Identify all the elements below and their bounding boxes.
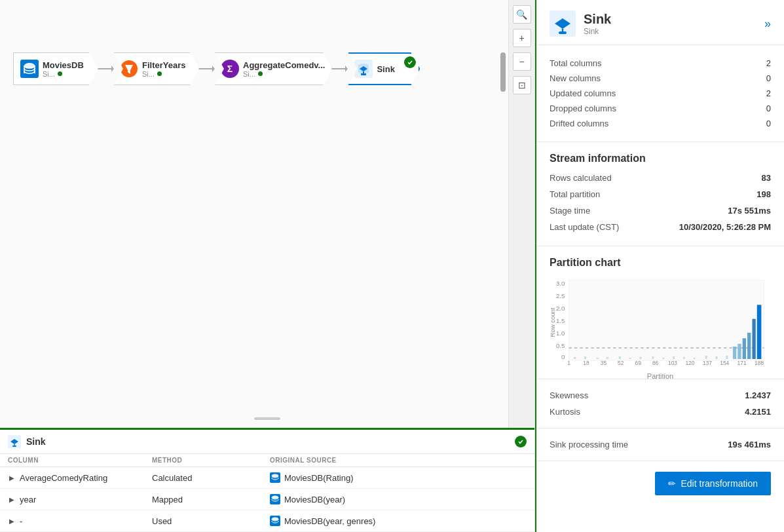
svg-text:0.5: 0.5 [556,342,565,349]
svg-rect-42 [639,357,641,359]
pipeline-node-filteryears[interactable]: FilterYears Si... [114,52,199,85]
chart-x-axis-label: Partition [550,372,771,380]
stat-skewness: Skewness 1.2437 [550,387,771,404]
row-2-source-icon [270,494,280,504]
stat-rows-calculated: Rows calculated 83 [550,170,771,186]
svg-rect-50 [726,356,728,359]
node-title-aggregate: AggregateComedv... [243,60,325,70]
svg-rect-43 [652,356,654,359]
row-1-source-icon [270,472,280,483]
partition-chart-section: Partition chart 3.0 2.5 2.0 1.5 1.0 0.5 … [536,246,784,379]
node-title-moviesdb: MoviesDB [43,60,84,70]
sink-icon-large [550,10,576,37]
panel-divider[interactable] [254,417,280,420]
svg-rect-47 [694,358,696,359]
stat-total-partition: Total partition 198 [550,186,771,202]
processing-time-stats: Sink processing time 19s 461ms [536,428,784,461]
svg-rect-53 [743,338,746,359]
row-3-expand[interactable]: ▶ [8,517,16,525]
svg-text:2.5: 2.5 [556,292,565,299]
bottom-panel-title: Sink [26,436,46,447]
row-1-expand[interactable]: ▶ [8,474,16,482]
row-3-source-icon [270,516,280,526]
column-stats: Total columns 2 New columns 0 Updated co… [536,45,784,142]
svg-rect-57 [757,305,761,359]
connector-2 [199,52,215,85]
stat-kurtosis: Kurtosis 4.2151 [550,404,771,420]
stat-drifted-columns: Drifted columns 0 [550,116,771,131]
svg-rect-40 [619,356,621,359]
svg-rect-41 [629,358,631,359]
svg-text:154: 154 [720,360,729,366]
svg-text:137: 137 [703,360,712,366]
stat-sink-processing: Sink processing time 19s 461ms [550,436,771,453]
right-panel-title: Sink [584,12,611,27]
svg-text:1.0: 1.0 [556,330,565,337]
svg-rect-0 [20,60,39,78]
table-row[interactable]: ▶ year Mapped MoviesDB(year) [0,489,534,510]
table-row[interactable]: ▶ - Used MoviesDB(year, genres) [0,510,534,532]
pipeline-node-sink[interactable]: Sink [348,52,420,85]
svg-point-21 [272,496,278,499]
bottom-panel-check [515,436,527,447]
svg-rect-44 [662,358,664,359]
zoom-out-button[interactable]: − [513,52,531,71]
connector-1 [98,52,114,85]
svg-point-19 [272,474,278,478]
svg-text:1.5: 1.5 [556,317,565,324]
svg-rect-39 [607,357,608,359]
stat-last-update: Last update (CST) 10/30/2020, 5:26:28 PM [550,219,771,235]
svg-point-23 [272,518,278,521]
table-row[interactable]: ▶ AverageComedyRating Calculated MoviesD… [0,467,534,489]
edit-transformation-button[interactable]: ✏ Edit transformation [655,472,772,495]
svg-text:86: 86 [652,360,659,366]
row-2-expand[interactable]: ▶ [8,495,16,503]
svg-text:52: 52 [618,360,624,366]
zoom-in-button[interactable]: + [513,29,531,47]
pipeline-node-moviesdb[interactable]: MoviesDB Si... [13,52,98,85]
col-header-method: METHOD [152,457,270,464]
stat-total-columns: Total columns 2 [550,56,771,71]
svg-rect-37 [584,356,586,359]
col-header-column: COLUMN [8,457,152,464]
search-button[interactable]: 🔍 [513,5,531,24]
partition-chart-title: Partition chart [550,257,771,269]
stat-stage-time: Stage time 17s 551ms [550,202,771,219]
canvas-toolbar: 🔍 + − ⊡ [508,0,534,428]
node-sub-filteryears: Si... [142,70,186,78]
fit-view-button[interactable]: ⊡ [513,76,531,94]
svg-text:103: 103 [668,360,677,366]
row-3-method: Used [152,516,270,526]
svg-rect-36 [574,357,576,359]
svg-rect-49 [716,356,718,359]
table-header: COLUMN METHOD ORIGINAL SOURCE [0,454,534,467]
col-header-source: ORIGINAL SOURCE [270,457,527,464]
stream-info-title: Stream information [536,142,784,170]
row-1-method: Calculated [152,473,270,483]
svg-text:0: 0 [561,353,565,360]
row-2-source: MoviesDB(year) [270,494,527,504]
row-2-column: ▶ year [8,495,152,504]
stream-stats: Rows calculated 83 Total partition 198 S… [536,170,784,246]
bottom-panel: Sink COLUMN METHOD ORIGINAL SOURCE [0,428,534,532]
svg-rect-54 [747,333,751,359]
pencil-icon: ✏ [668,478,676,489]
pipeline-flow: MoviesDB Si... [13,52,420,85]
svg-rect-25 [559,31,567,34]
right-panel: Sink Sink » Total columns 2 New columns … [535,0,784,532]
svg-text:1: 1 [567,360,570,366]
node-title-filteryears: FilterYears [142,60,186,70]
svg-text:35: 35 [601,360,607,366]
svg-rect-38 [597,358,599,359]
row-2-method: Mapped [152,495,270,504]
canvas-scrollbar[interactable] [500,52,506,92]
bottom-sink-icon [8,435,21,448]
data-table: COLUMN METHOD ORIGINAL SOURCE ▶ AverageC… [0,454,534,532]
right-panel-header: Sink Sink » [536,0,784,45]
svg-text:18: 18 [583,360,589,366]
pipeline-node-aggregate[interactable]: Σ AggregateComedv... Si... [215,52,332,85]
expand-button[interactable]: » [764,17,771,31]
svg-text:Σ: Σ [227,64,233,74]
stat-new-columns: New columns 0 [550,71,771,86]
svg-text:69: 69 [635,360,642,366]
